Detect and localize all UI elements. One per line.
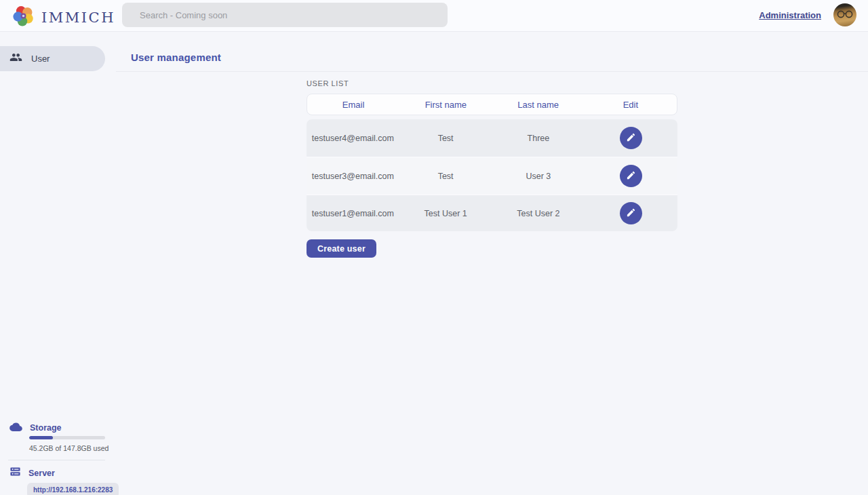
page-title: User management: [131, 52, 221, 63]
cell-last-name: Test User 2: [492, 209, 585, 218]
cell-last-name: Three: [492, 134, 585, 143]
server-header: Server: [0, 467, 116, 479]
edit-user-button[interactable]: [620, 202, 642, 224]
edit-user-button[interactable]: [620, 127, 642, 149]
administration-link[interactable]: Administration: [759, 10, 821, 20]
immich-flower-icon: [12, 5, 35, 30]
server-url-badge: http://192.168.1.216:2283: [27, 483, 119, 495]
sidebar-status-panel: Storage 45.2GB of 147.8GB used Server ht…: [0, 417, 116, 495]
main-content: USER LIST Email First name Last name Edi…: [116, 72, 868, 258]
create-user-button[interactable]: Create user: [307, 239, 376, 258]
top-navbar: IMMICH Administration: [0, 0, 868, 32]
storage-title: Storage: [30, 423, 62, 433]
pencil-icon: [626, 207, 636, 220]
user-table: testuser4@email.com Test Three testuser3…: [307, 119, 677, 231]
storage-progress-fill: [29, 436, 53, 439]
table-header-row: Email First name Last name Edit: [307, 94, 677, 115]
page-header: User management: [116, 32, 868, 72]
table-row: testuser4@email.com Test Three: [307, 119, 677, 157]
storage-header: Storage: [0, 422, 116, 434]
storage-progress-bar: [29, 436, 105, 439]
cell-first-name: Test User 1: [399, 209, 492, 218]
server-title: Server: [28, 469, 55, 478]
column-header-first-name: First name: [399, 100, 492, 110]
server-icon: [9, 466, 21, 480]
cell-email: testuser1@email.com: [307, 209, 399, 218]
edit-user-button[interactable]: [620, 165, 642, 187]
table-row: testuser1@email.com Test User 1 Test Use…: [307, 194, 677, 231]
column-header-edit: Edit: [585, 100, 677, 110]
sidebar: User Storage 45.2GB of 147.8GB used: [0, 32, 116, 495]
search-input[interactable]: [122, 3, 448, 27]
pencil-icon: [626, 132, 636, 144]
cell-last-name: User 3: [492, 172, 585, 181]
avatar[interactable]: [833, 3, 856, 26]
cell-email: testuser4@email.com: [307, 134, 399, 143]
cell-first-name: Test: [399, 172, 492, 181]
table-row: testuser3@email.com Test User 3: [307, 157, 677, 194]
pencil-icon: [626, 170, 636, 182]
app-logo[interactable]: IMMICH: [12, 5, 115, 30]
sidebar-divider: [8, 460, 105, 460]
sidebar-item-user[interactable]: User: [0, 46, 105, 71]
section-title: USER LIST: [307, 79, 677, 87]
cloud-icon: [9, 422, 22, 434]
app-title: IMMICH: [41, 9, 115, 26]
cell-email: testuser3@email.com: [307, 172, 399, 181]
sidebar-item-label: User: [31, 54, 50, 64]
cell-first-name: Test: [399, 134, 492, 143]
column-header-email: Email: [307, 100, 399, 110]
users-icon: [9, 51, 22, 66]
column-header-last-name: Last name: [492, 100, 585, 110]
storage-usage-text: 45.2GB of 147.8GB used: [29, 444, 116, 452]
